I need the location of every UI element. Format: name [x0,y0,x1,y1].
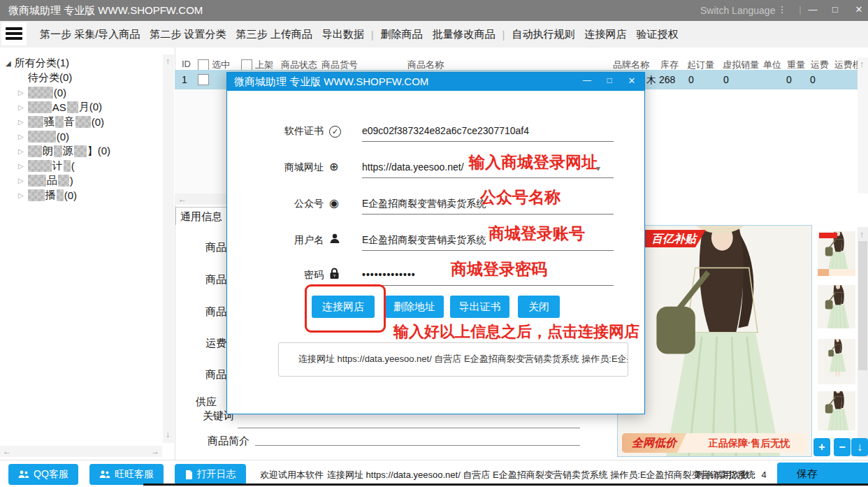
qq-support-button[interactable]: QQ客服 [8,464,78,485]
thumb-caption-left [818,269,829,276]
form-label-fragment: 商品 [205,368,226,381]
col-id[interactable]: ID [182,59,191,69]
tree-item[interactable]: ▷ (0) [18,129,69,143]
minimize-icon[interactable]: — [805,4,820,17]
tree-item[interactable]: ▷ 朗 源 】(0) [18,144,110,158]
wangwang-support-button[interactable]: 旺旺客服 [89,464,164,485]
dialog-maximize-icon[interactable]: □ [601,75,618,88]
tree-item[interactable]: ▷ 播 (0) [18,188,77,202]
saved-connection-item[interactable]: 连接网址 https://data.yeesoo.net/ 自营店 E企盈招商裂… [298,353,628,365]
image-zoom-in-button[interactable]: + [813,438,830,456]
tree-collapsed-icon[interactable]: ▷ [18,177,24,184]
menu-item-step1[interactable]: 第一步 采集/导入商品 [35,28,145,41]
thumb-badge [819,233,837,238]
shop-url-input[interactable]: https://data.yeesoo.net/ [362,161,464,173]
product-thumbnail[interactable] [818,391,855,430]
tree-collapsed-icon[interactable]: ▷ [18,147,24,155]
close-dialog-button[interactable]: 关闭 [518,296,560,318]
menu-item-connect-shop[interactable]: 连接网店 [580,28,632,41]
tree-item-label: 计 [52,159,63,173]
more-options-icon[interactable]: ⋮ [774,4,790,17]
dialog-minimize-icon[interactable]: — [579,75,595,88]
trials-remaining-text: 剩余试用次数： 4 [695,469,767,481]
tree-item[interactable]: ▷ (0) [18,85,66,99]
password-underline [362,285,614,286]
menu-item-auto-rules[interactable]: 自动执行规则 [507,28,580,41]
tree-item-label: 源 [63,145,73,158]
image-zoom-out-button[interactable]: − [834,438,851,456]
product-main-image[interactable]: 百亿补贴 全网低价 正品保障·售后无忧 [617,225,812,457]
image-download-button[interactable]: ↓ [851,438,868,456]
form-label-fragment: 商品 [205,241,226,254]
menu-item-export[interactable]: 导出数据 [317,28,369,41]
tree-collapsed-icon[interactable]: ▷ [18,191,24,199]
menu-item-step2[interactable]: 第二步 设置分类 [145,28,231,41]
tree-item-pending[interactable]: 待分类(0) [28,71,72,85]
thumbnail-scrollbar[interactable]: ↑ ↓ [858,227,868,458]
scroll-left-icon[interactable]: ← [3,447,11,456]
tree-item[interactable]: ▷ 骚 音 (0) [18,115,104,129]
product-thumbnail[interactable] [818,285,855,328]
tree-item-label: 品 [47,174,57,187]
scroll-up-icon[interactable]: ↑ [860,231,864,239]
cert-underline [362,141,614,142]
open-log-label: 打开日志 [197,468,236,481]
saved-connections-list: 连接网址 https://data.yeesoo.net/ 自营店 E企盈招商裂… [278,342,628,377]
qq-support-label: QQ客服 [34,468,68,481]
product-thumbnail[interactable] [818,231,855,276]
tree-expanded-icon[interactable]: ◢ [6,59,11,67]
save-button[interactable]: 保存 [777,463,868,486]
listed-all-checkbox[interactable] [241,59,252,71]
cert-value-input[interactable]: e09c02f387324e82a6c7ce2307710af4 [362,125,529,136]
menu-item-batch-edit[interactable]: 批量修改商品 [428,28,500,41]
hamburger-menu-icon[interactable] [1,22,27,45]
username-input[interactable]: E企盈招商裂变营销卖货系统 [362,234,486,247]
maximize-icon[interactable]: □ [827,4,843,17]
menu-item-verify-auth[interactable]: 验证授权 [632,28,683,41]
table-vertical-scrollbar[interactable]: ↑ [858,57,868,194]
censored-text [28,189,45,201]
sidebar-horizontal-scrollbar[interactable]: ← → [0,446,162,457]
tree-item-label: 月(0) [79,101,102,114]
lowest-price-tag: 全网低价 [622,433,686,453]
scroll-down-icon[interactable]: ↓ [166,430,170,439]
close-icon[interactable]: ✕ [851,4,867,17]
open-log-button[interactable]: 打开日志 [175,464,246,485]
summary-field[interactable] [255,445,580,446]
tab-general-info[interactable]: 通用信息 [175,207,227,225]
censored-text [55,116,64,128]
scroll-left-icon[interactable]: ← [178,195,187,203]
tree-item[interactable]: ▷ AS 月(0) [18,100,102,114]
tree-collapsed-icon[interactable]: ▷ [18,89,24,96]
dialog-close-icon[interactable]: ✕ [623,75,640,88]
scroll-right-icon[interactable]: → [151,447,159,456]
password-input[interactable]: ••••••••••••• [362,269,416,280]
censored-text [58,175,69,187]
scrollbar-thumb[interactable] [858,241,867,370]
tree-collapsed-icon[interactable]: ▷ [18,162,24,170]
tree-collapsed-icon[interactable]: ▷ [18,118,24,126]
tree-item[interactable]: ▷ 品 ) [18,173,73,187]
tree-item-all-categories[interactable]: ◢ 所有分类(1) [6,56,69,70]
censored-text [28,87,53,99]
tree-item-label: ( [71,160,75,172]
product-thumbnail[interactable] [818,339,855,384]
sidebar-vertical-scrollbar[interactable]: ↑ ↓ [163,54,174,443]
url-dropdown-icon[interactable]: ▾ [596,163,600,173]
censored-text [28,101,52,113]
dialog-titlebar: 微商城助理 专业版 WWW.SHOPFW.COM — □ ✕ [227,73,644,91]
menu-item-delete[interactable]: 删除商品 [376,28,428,41]
scroll-up-icon[interactable]: ↑ [860,60,864,68]
tree-item[interactable]: ▷ 计 ( [18,159,75,173]
tree-collapsed-icon[interactable]: ▷ [18,103,24,111]
select-all-checkbox[interactable] [198,59,209,71]
tree-collapsed-icon[interactable]: ▷ [18,133,24,140]
keywords-field[interactable] [238,428,580,428]
export-cert-button[interactable]: 导出证书 [450,296,509,318]
official-account-input[interactable]: E企盈招商裂变营销卖货系统 [362,198,486,210]
delete-address-button[interactable]: 删除地址 [385,296,444,318]
scroll-up-icon[interactable]: ↑ [166,57,170,66]
row-checkbox[interactable] [198,74,209,85]
switch-language-button[interactable]: Switch Language [700,5,775,16]
menu-item-step3[interactable]: 第三步 上传商品 [231,28,317,41]
